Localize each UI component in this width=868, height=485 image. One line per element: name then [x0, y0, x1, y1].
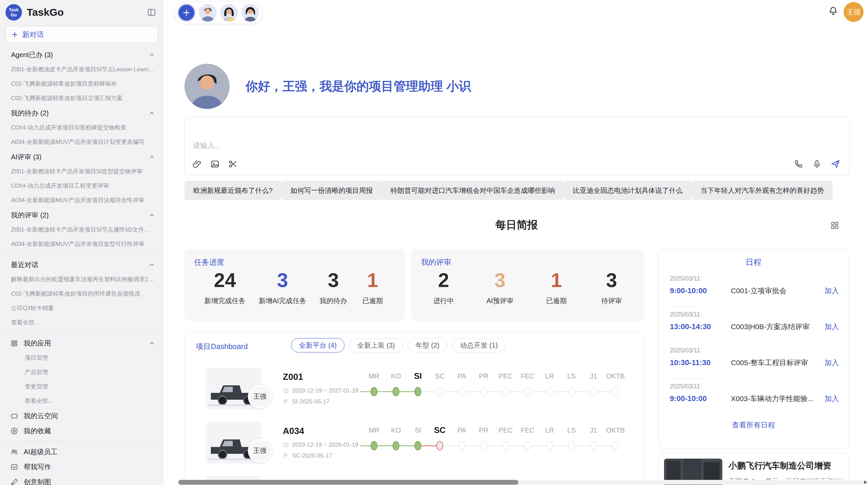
bell-icon[interactable] [828, 6, 839, 16]
sidebar-item-creative-drawing[interactable]: 创意制图 [0, 474, 164, 485]
sidebar-section-header[interactable]: AI评审 (3) [0, 149, 164, 164]
recent-chats-header[interactable]: 最近对话 [0, 257, 164, 272]
schedule-item[interactable]: 2025/03/11 9:00-10:00 C001-立项审批会 加入 [670, 271, 839, 307]
apps-view-all[interactable]: 查看全部... [0, 394, 164, 408]
project-owner-badge: 王强 [248, 385, 272, 409]
sidebar-task-item[interactable]: C02-飞腾新能源轻客改款项目立项汇报方案 [0, 91, 164, 105]
agent-avatar-1[interactable] [199, 4, 217, 22]
milestone-dot-MR[interactable] [371, 441, 377, 450]
suggestion-chip[interactable]: 当下年轻人对汽车外观有怎样的喜好趋势 [691, 181, 833, 200]
stat-label: AI预评审 [486, 296, 514, 306]
milestone-dot-PA[interactable] [458, 387, 465, 396]
milestone-dot-OKTB[interactable] [612, 441, 619, 450]
milestone-dot-PR[interactable] [480, 441, 487, 450]
app-sub-item[interactable]: 项目管理 [0, 351, 164, 365]
sidebar-task-item[interactable]: A034-全新新能源MUV产品开发项目造型可行性评审 [0, 237, 164, 251]
recent-chat-item[interactable]: 公司Q3轻卡销量 [0, 301, 164, 315]
join-link[interactable]: 加入 [824, 286, 839, 296]
schedule-item[interactable]: 2025/03/11 10:30-11:30 C005-整车工程目标评审 加入 [670, 343, 839, 379]
app-sub-item[interactable]: 变更管理 [0, 380, 164, 394]
schedule-item[interactable]: 2025/03/11 13:00-14:30 C003|H0B-方案冻结评审 加… [670, 307, 839, 343]
project-flag-date: SC-2025-05-17 [292, 452, 332, 459]
grid-icon[interactable] [830, 221, 840, 230]
agent-avatar-3[interactable] [241, 4, 259, 22]
milestone-label: PR [472, 370, 496, 382]
project-row[interactable]: 王强 A034 2023-12-19 ~ 2026-01-19 SC-2025-… [185, 422, 644, 476]
scrollbar-right-arrow[interactable] [864, 481, 867, 484]
sidebar-task-item[interactable]: C0X4-动力总成开发项目SI里程碑提交物检查 [0, 121, 164, 135]
milestone-dot-PEC[interactable] [502, 441, 509, 450]
dashboard-filter-pill[interactable]: 全新平台 (4) [291, 338, 345, 352]
milestone-dot-SC[interactable] [436, 441, 443, 450]
milestone-dot-PEC[interactable] [502, 387, 509, 396]
sidebar-task-item[interactable]: C0X4-动力总成开发项目工程变更评审 [0, 179, 164, 193]
schedule-view-all[interactable]: 查看所有日程 [659, 420, 848, 430]
milestone-dot-J1[interactable] [590, 387, 597, 396]
chat-input-box[interactable]: 请输入... [184, 116, 849, 175]
dashboard-filter-pill[interactable]: 全新上装 (3) [349, 338, 403, 352]
sidebar-task-item[interactable]: C02-飞腾新能源轻客改款项目里程碑画布 [0, 77, 164, 91]
milestone-dot-FEC[interactable] [524, 387, 531, 396]
send-icon[interactable] [831, 159, 840, 169]
scrollbar-thumb[interactable] [178, 480, 518, 485]
milestone-dot-KO[interactable] [393, 441, 399, 450]
taskgo-logo: Task Go [5, 4, 22, 21]
cloud-space-label: 我的云空间 [24, 411, 155, 421]
sidebar-task-item[interactable]: Z001-全新燃油轻卡产品开发项目SI造型提交物评审 [0, 164, 164, 179]
new-chat-button[interactable]: 新对话 [5, 26, 158, 43]
mic-icon[interactable] [812, 159, 822, 169]
schedule-item[interactable]: 2025/03/11 9:00-10:00 X003-车辆动力学性能验... 加… [670, 379, 839, 415]
sidebar-section-header[interactable]: 我的评审 (2) [0, 208, 164, 223]
collapse-sidebar-icon[interactable] [147, 8, 156, 17]
agent-avatar-2[interactable] [220, 4, 238, 22]
milestone-dot-LS[interactable] [568, 441, 575, 450]
milestone-dot-SI[interactable] [414, 387, 421, 396]
sidebar-item-cloud-space[interactable]: 我的云空间 [0, 408, 164, 423]
milestone-dot-KO[interactable] [393, 387, 399, 396]
milestone-dot-J1[interactable] [590, 441, 597, 450]
project-row[interactable]: 王强 Z001 2023-12-19 ~ 2027-01-19 SI-2025-… [185, 368, 644, 422]
suggestion-chip[interactable]: 特朗普可能对进口汽车增税会对中国车企造成哪些影响 [382, 181, 564, 200]
scissors-icon[interactable] [228, 159, 238, 169]
milestone-dot-PR[interactable] [480, 387, 487, 396]
horizontal-scrollbar[interactable] [178, 480, 868, 485]
suggestion-chip[interactable]: 欧洲新规最近颁布了什么? [184, 181, 281, 200]
sidebar-task-item[interactable]: A034-全新新能源MUV产品开发项目计划变更表编写 [0, 135, 164, 149]
image-icon[interactable] [210, 159, 220, 169]
app-sub-item[interactable]: 产品管理 [0, 365, 164, 380]
sidebar-task-item[interactable]: A034-全新新能源MUV产品开发项目法规符合性评审 [0, 193, 164, 208]
milestone-dot-MR[interactable] [371, 387, 377, 396]
recent-chat-item[interactable]: 解释最新出台的欧盟报废车法规再生塑料比例被调至15%... [0, 272, 164, 287]
add-agent-button[interactable] [178, 4, 195, 22]
sidebar-item-my-apps[interactable]: 我的应用 [0, 336, 164, 351]
phone-icon[interactable] [794, 159, 803, 169]
dashboard-filter-pill[interactable]: 动总开发 (1) [452, 338, 506, 352]
recent-chat-item[interactable]: C02-飞腾新能源轻客改款项目的闭环通告反馈情况 [0, 287, 164, 301]
join-link[interactable]: 加入 [824, 394, 839, 403]
paperclip-icon[interactable] [192, 159, 202, 169]
suggestion-chip[interactable]: 如何写一份清晰的项目周报 [281, 181, 382, 200]
schedule-time: 9:00-10:00 [670, 394, 731, 403]
milestone-dot-SC[interactable] [436, 387, 443, 396]
milestone-dot-LR[interactable] [546, 387, 553, 396]
user-avatar[interactable]: 王强 [844, 2, 864, 22]
suggestion-chip[interactable]: 比亚迪全固态电池计划具体说了什么 [564, 181, 691, 200]
dashboard-filter-pill[interactable]: 年型 (2) [408, 338, 447, 352]
milestone-dot-PA[interactable] [458, 441, 465, 450]
join-link[interactable]: 加入 [824, 322, 839, 332]
sidebar-section-header[interactable]: Agent已办 (3) [0, 47, 164, 62]
sidebar-item-favorites[interactable]: 我的收藏 [0, 423, 164, 438]
sidebar-item-help-me-write[interactable]: 帮我写作 [0, 459, 164, 474]
sidebar-section-header[interactable]: 我的待办 (2) [0, 105, 164, 121]
milestone-dot-OKTB[interactable] [612, 387, 619, 396]
sidebar-task-item[interactable]: Z001-全新燃油轻卡产品开发项目SI节点属性5D文件评审 [0, 223, 164, 237]
milestone-dot-SI[interactable] [414, 441, 421, 450]
milestone-dot-LS[interactable] [568, 387, 575, 396]
recent-view-all[interactable]: 查看全部... [0, 315, 164, 330]
milestone-dot-LR[interactable] [546, 441, 553, 450]
milestone-dot-FEC[interactable] [524, 441, 531, 450]
sidebar-item-ai-super-staff[interactable]: AI超级员工 [0, 444, 164, 459]
sidebar-task-item[interactable]: Z001-全新燃油皮卡产品开发项目SI节点Lesson Learn报告 [0, 62, 164, 77]
stat-label: 新增完成任务 [204, 296, 245, 306]
join-link[interactable]: 加入 [824, 358, 839, 368]
